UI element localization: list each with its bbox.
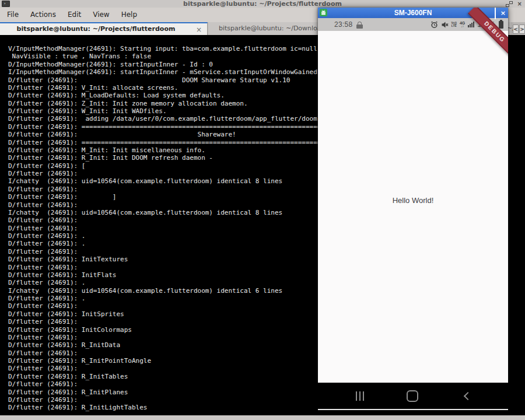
active-tab-label: bitsparkle@lubuntu: ~/Projects/flutterdo… bbox=[0, 23, 192, 35]
phone-close-button[interactable]: × bbox=[501, 10, 506, 16]
tab-close-icon[interactable]: × bbox=[196, 24, 202, 35]
desktop-screen: › bitsparkle@lubuntu: ~/Projects/flutter… bbox=[0, 0, 525, 420]
phone-screen-edge bbox=[318, 409, 508, 410]
alarm-icon bbox=[430, 21, 438, 29]
lock-icon bbox=[356, 22, 363, 29]
back-button[interactable] bbox=[460, 383, 474, 409]
inactive-tab-label: bitsparkle@lubuntu: ~/Downloads/s bbox=[219, 22, 334, 35]
menu-item-view[interactable]: View bbox=[87, 8, 115, 22]
phone-mirror-window: SM-J600FN × 23:58 bbox=[318, 8, 508, 410]
menu-item-actions[interactable]: Actions bbox=[24, 8, 62, 22]
tab-projects-flutterdoom[interactable]: bitsparkle@lubuntu: ~/Projects/flutterdo… bbox=[0, 22, 208, 35]
mute-icon bbox=[441, 21, 449, 29]
android-navbar bbox=[318, 383, 508, 409]
hello-world-text: Hello World! bbox=[318, 196, 508, 205]
flutter-app-screen: Hello World! bbox=[318, 31, 508, 383]
volte-icon: Vo)) LTE bbox=[452, 22, 457, 27]
terminal-window-titlebar[interactable]: › bitsparkle@lubuntu: ~/Projects/flutter… bbox=[0, 0, 525, 8]
home-button[interactable] bbox=[405, 383, 419, 409]
menu-item-help[interactable]: Help bbox=[116, 8, 143, 22]
window-close-button[interactable]: × bbox=[517, 1, 522, 7]
maximize-icon bbox=[495, 8, 496, 19]
terminal-window-title: bitsparkle@lubuntu: ~/Projects/flutterdo… bbox=[0, 0, 525, 8]
battery-icon bbox=[499, 21, 503, 29]
tab-scroll-right-button[interactable]: > bbox=[519, 24, 525, 34]
signal-icon bbox=[468, 22, 474, 27]
window-bottom-border bbox=[0, 415, 525, 420]
status-time: 23:58 bbox=[334, 18, 353, 31]
menu-item-file[interactable]: File bbox=[1, 8, 24, 22]
tab-scroll-left-button[interactable]: < bbox=[513, 24, 519, 34]
phone-maximize-button[interactable] bbox=[495, 8, 496, 19]
network-4g-icon: 4G ↓↑ bbox=[460, 22, 465, 28]
recents-button[interactable] bbox=[353, 383, 367, 409]
menu-item-edit[interactable]: Edit bbox=[62, 8, 87, 22]
